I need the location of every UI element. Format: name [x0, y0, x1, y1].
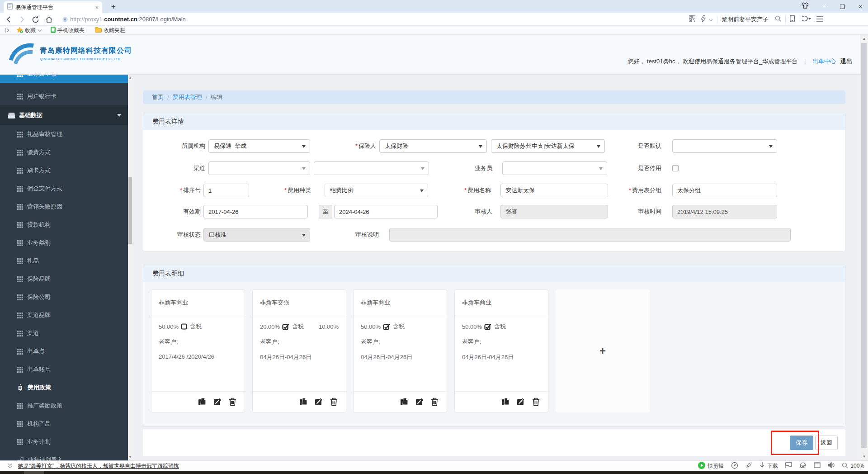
sidebar-item-pay-method[interactable]: 缴费方式 [0, 143, 128, 161]
sidebar-item-fee-policy[interactable]: B费用政策 [0, 379, 128, 397]
copy-icon[interactable] [198, 398, 207, 406]
fee-type-select[interactable]: 结费比例 [325, 184, 428, 197]
search-input[interactable]: 黎明前妻平安产子 [722, 15, 769, 24]
grid-icon [17, 75, 23, 77]
logout-link[interactable]: 退出 [840, 57, 852, 66]
edit-icon[interactable] [415, 398, 424, 406]
is-disabled-checkbox[interactable] [672, 165, 679, 171]
window-maximize-button[interactable]: ❑ [834, 0, 851, 13]
add-fee-card-button[interactable]: + [556, 289, 650, 412]
channel-select-1[interactable] [208, 161, 310, 175]
forward-button[interactable] [17, 15, 26, 24]
insurer-select[interactable]: 太保财险 [379, 139, 487, 153]
sidebar-item-biz-plan[interactable]: 业务计划 [0, 433, 128, 451]
tab-close-icon[interactable]: × [95, 4, 99, 11]
window-mode-icon[interactable] [814, 462, 821, 469]
edit-icon[interactable] [315, 398, 323, 406]
sidebar-item-partial[interactable]: 业务费审核 [0, 75, 128, 83]
is-default-select[interactable] [672, 139, 777, 153]
flag-icon[interactable] [785, 462, 792, 469]
back-button[interactable] [5, 15, 14, 24]
insurer-branch-select[interactable]: 太保财险苏州中支|安达新太保 [491, 139, 605, 153]
news-ticker-link[interactable]: 她是“最美打女”，杨紫琼的接班人，却被世界自由搏击冠军跟踪骚扰 [18, 462, 179, 470]
sidebar-item-biz-category[interactable]: 业务类别 [0, 234, 128, 252]
sidebar-item-channel-brand[interactable]: 渠道品牌 [0, 306, 128, 324]
bookmarks-folder-button[interactable]: 收藏夹栏 [95, 26, 125, 35]
sidebar-item-gift-audit[interactable]: 礼品审核管理 [0, 125, 128, 143]
menu-icon[interactable] [816, 15, 823, 24]
breadcrumb-home[interactable]: 首页 [152, 93, 164, 101]
org-label: 所属机构 [143, 139, 205, 153]
chevron-down-icon[interactable] [708, 15, 713, 24]
boost-icon[interactable] [745, 462, 752, 470]
delete-icon[interactable] [229, 398, 236, 406]
sidebar-item-gift[interactable]: 礼品 [0, 252, 128, 270]
phone-icon[interactable] [790, 15, 795, 24]
grid-icon [17, 150, 23, 156]
page-scrollbar-thumb[interactable] [861, 43, 867, 448]
sidebar-item-biz-plan-import[interactable]: 业务计划导入 [0, 451, 128, 460]
channel-select-2[interactable] [314, 161, 429, 175]
valid-from-input[interactable] [203, 205, 308, 218]
sidebar-item-loan-org[interactable]: 贷款机构 [0, 216, 128, 234]
new-tab-button[interactable]: + [108, 1, 119, 13]
scroll-up-icon: ▲ [128, 76, 132, 80]
sidebar-item-channel[interactable]: 渠道 [0, 324, 128, 342]
valid-to-input[interactable] [334, 205, 438, 218]
panel-title: 费用表明细 [143, 265, 845, 282]
address-url[interactable]: http://proxy1.countnet.cn:20807/Login/Ma… [70, 16, 186, 23]
lightning-icon[interactable] [701, 15, 706, 24]
search-icon[interactable] [775, 15, 781, 24]
ticker-collapse-icon[interactable] [7, 463, 13, 470]
page-scrollbar[interactable]: ▲ ▼ [860, 35, 868, 460]
breadcrumb-fee-table[interactable]: 费用表管理 [173, 93, 202, 101]
edit-icon[interactable] [213, 398, 222, 406]
quick-clip-button[interactable]: 快剪辑 [698, 462, 724, 470]
edit-icon[interactable] [517, 398, 525, 406]
sidebar-item-issue-point[interactable]: 出单点 [0, 342, 128, 360]
is-disabled-label: 是否停用 [610, 161, 661, 175]
download-button[interactable]: 下载 [760, 462, 778, 470]
delete-icon[interactable] [330, 398, 338, 406]
zoom-control[interactable]: 100% [842, 462, 864, 470]
copy-icon[interactable] [501, 398, 510, 406]
bookmarks-expand-icon[interactable] [5, 26, 10, 35]
fee-group-input[interactable] [672, 184, 777, 197]
window-close-button[interactable]: × [852, 0, 868, 13]
delete-icon[interactable] [431, 398, 439, 406]
undo-icon[interactable] [801, 15, 811, 24]
favorites-button[interactable]: 收藏 [16, 26, 42, 35]
copy-icon[interactable] [299, 398, 308, 406]
qr-grid-icon[interactable] [689, 15, 695, 24]
refresh-button[interactable] [31, 15, 40, 24]
window-minimize-button[interactable]: – [816, 0, 833, 13]
sidebar-item-commission-pay[interactable]: 佣金支付方式 [0, 180, 128, 198]
salesman-select[interactable] [502, 161, 607, 175]
sort-no-input[interactable] [203, 184, 249, 197]
mobile-favorites-button[interactable]: 手机收藏夹 [51, 26, 85, 35]
browser-tab[interactable]: 易保通管理平台 × [4, 1, 102, 13]
sidebar-item-promo-reward[interactable]: 推广奖励政策 [0, 397, 128, 415]
sidebar-scrollbar[interactable]: ▲ ▼ [128, 75, 132, 460]
org-select[interactable]: 易保通_华成 [208, 139, 310, 153]
sidebar-item-insurance-company[interactable]: 保险公司 [0, 288, 128, 306]
sidebar-item-org-product[interactable]: 机构产品 [0, 415, 128, 433]
sidebar-section-basic-data[interactable]: 基础数据 [0, 105, 128, 125]
delete-icon[interactable] [532, 398, 540, 406]
speed-mode-icon[interactable] [731, 462, 738, 470]
speaker-icon[interactable] [828, 462, 835, 469]
sidebar-item-bankcard[interactable]: 用户银行卡 [0, 87, 128, 105]
sidebar-item-card-method[interactable]: 刷卡方式 [0, 161, 128, 180]
ie-mode-icon[interactable] [799, 462, 807, 470]
sidebar-item-issue-account[interactable]: 出单账号 [0, 360, 128, 379]
breadcrumb: 首页 / 费用表管理 / 编辑 [143, 90, 845, 104]
fee-name-input[interactable] [500, 184, 608, 197]
sidebar-item-marketing-fail[interactable]: 营销失败原因 [0, 198, 128, 216]
home-button[interactable] [44, 15, 53, 24]
sidebar-item-insurance-brand[interactable]: 保险品牌 [0, 270, 128, 288]
star-icon [16, 27, 23, 34]
theme-shirt-icon[interactable] [797, 0, 814, 13]
portal-center-link[interactable]: 出单中心 [812, 57, 836, 66]
sidebar-scrollbar-thumb[interactable] [128, 177, 132, 244]
copy-icon[interactable] [400, 398, 409, 406]
